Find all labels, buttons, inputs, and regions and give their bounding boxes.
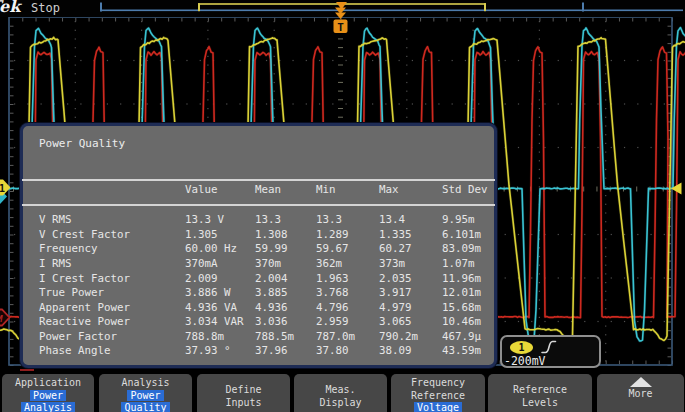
separator-line xyxy=(22,179,495,181)
measurement-value: 370m xyxy=(255,257,281,270)
measurement-value: 59.67 xyxy=(316,242,349,255)
measurement-value: 3.917 xyxy=(379,286,412,299)
table-row: V RMS13.3 V13.313.313.49.95m xyxy=(23,213,494,228)
table-row: True Power3.886 W3.8853.7683.91712.01m xyxy=(23,286,494,301)
softkey-label: Levels xyxy=(488,397,592,410)
softkey-label: Reference xyxy=(488,384,592,397)
measurement-value: 373m xyxy=(379,257,405,270)
measurement-value: 37.80 xyxy=(316,344,349,357)
measurement-value: 788.8m xyxy=(185,330,224,343)
softkey-analysis[interactable]: AnalysisPowerQuality xyxy=(99,374,192,412)
separator-line xyxy=(22,204,495,206)
measurement-value: 13.4 xyxy=(379,213,405,226)
softkey-value: Quality xyxy=(121,402,169,412)
measurement-name: V RMS xyxy=(39,213,72,226)
measurement-value: 60.27 xyxy=(379,242,412,255)
measurement-name: Power Factor xyxy=(39,330,117,343)
softkey-label: Inputs xyxy=(197,397,290,410)
measurement-value: 15.68m xyxy=(442,301,481,314)
measurement-value: 787.0m xyxy=(316,330,355,343)
softkey-label: Display xyxy=(294,397,387,410)
measurement-value: 3.768 xyxy=(316,286,349,299)
table-row: Reactive Power3.034 VAR3.0362.9593.06510… xyxy=(23,315,494,330)
measurement-value: 2.004 xyxy=(255,272,288,285)
softkey-label: Application xyxy=(2,377,94,390)
measurement-value: 1.07m xyxy=(442,257,475,270)
softkey-reference-levels[interactable]: ReferenceLevels xyxy=(488,374,592,412)
softkey-menu: ApplicationPowerAnalysisAnalysisPowerQua… xyxy=(0,368,685,412)
column-header: Value xyxy=(185,183,218,196)
column-header: Max xyxy=(379,183,399,196)
measurement-value: 37.96 xyxy=(255,344,288,357)
measurement-value: 60.00 Hz xyxy=(185,242,237,255)
measurement-value: 43.59m xyxy=(442,344,481,357)
svg-text:1: 1 xyxy=(0,183,5,194)
measurement-name: I RMS xyxy=(39,257,72,270)
measurement-value: 1.308 xyxy=(255,228,288,241)
measurement-name: I Crest Factor xyxy=(39,272,130,285)
rising-slope-icon xyxy=(540,339,558,355)
softkey-value: Voltage xyxy=(414,402,462,412)
measurement-value: 3.886 W xyxy=(185,286,231,299)
measurement-value: 790.2m xyxy=(379,330,418,343)
trigger-position-flag: T xyxy=(319,0,365,36)
table-row: I Crest Factor2.0092.0041.9632.03511.96m xyxy=(23,272,494,287)
softkey-define-inputs[interactable]: DefineInputs xyxy=(197,374,290,412)
softkey-value: Analysis xyxy=(21,402,75,412)
softkey-application[interactable]: ApplicationPowerAnalysis xyxy=(2,374,94,412)
column-header: Std Dev xyxy=(442,183,488,196)
softkey-frequency-reference[interactable]: FrequencyReferenceVoltage xyxy=(391,374,485,412)
softkey-label: Define xyxy=(197,384,290,397)
measurement-value: 13.3 xyxy=(316,213,342,226)
measurement-value: 4.796 xyxy=(316,301,349,314)
measurement-value: 3.885 xyxy=(255,286,288,299)
softkey-value: Power xyxy=(127,390,163,402)
chevron-up-icon xyxy=(630,377,652,387)
measurement-value: 4.936 xyxy=(255,301,288,314)
measurement-value: 3.036 xyxy=(255,315,288,328)
softkey-meas-display[interactable]: Meas.Display xyxy=(294,374,387,412)
softkey-label: Meas. xyxy=(294,384,387,397)
measurement-value: 3.034 VAR xyxy=(185,315,244,328)
measurement-value: 4.936 VA xyxy=(185,301,237,314)
measurement-value: 9.95m xyxy=(442,213,475,226)
measurement-value: 10.46m xyxy=(442,315,481,328)
measurement-value: 13.3 xyxy=(255,213,281,226)
softkey-label: Reference xyxy=(391,390,485,403)
table-row: V Crest Factor1.3051.3081.2891.3356.101m xyxy=(23,228,494,243)
measurement-value: 4.979 xyxy=(379,301,412,314)
measurement-value: 6.101m xyxy=(442,228,481,241)
oscilloscope-screen: 1M Tek Stop T Power Quality ValueMeanMin… xyxy=(0,0,685,412)
power-quality-dialog: Power Quality ValueMeanMinMaxStd Dev V R… xyxy=(20,123,497,368)
measurement-value: 12.01m xyxy=(442,286,481,299)
svg-text:T: T xyxy=(337,21,344,34)
measurement-name: Apparent Power xyxy=(39,301,130,314)
math-position-marker: M xyxy=(0,310,10,326)
measurement-name: Phase Angle xyxy=(39,344,111,357)
softkey-more[interactable]: More xyxy=(597,374,684,412)
table-row: Power Factor788.8m788.5m787.0m790.2m467.… xyxy=(23,330,494,345)
dialog-title: Power Quality xyxy=(39,137,125,150)
measurement-value: 13.3 V xyxy=(185,213,224,226)
measurement-value: 83.09m xyxy=(442,242,481,255)
table-row: Frequency60.00 Hz59.9959.6760.2783.09m xyxy=(23,242,494,257)
measurement-value: 370mA xyxy=(185,257,218,270)
measurement-value: 3.065 xyxy=(379,315,412,328)
softkey-label: Frequency xyxy=(391,377,485,390)
measurement-value: 362m xyxy=(316,257,342,270)
column-header: Min xyxy=(316,183,336,196)
measurement-value: 38.09 xyxy=(379,344,412,357)
column-header: Mean xyxy=(255,183,281,196)
measurement-value: 1.335 xyxy=(379,228,412,241)
measurement-value: 2.035 xyxy=(379,272,412,285)
trigger-channel-badge: 1 xyxy=(510,341,533,354)
softkey-label: More xyxy=(597,388,684,401)
softkey-value: Power xyxy=(30,390,66,402)
table-row: Phase Angle37.93 °37.9637.8038.0943.59m xyxy=(23,344,494,359)
measurement-value: 37.93 ° xyxy=(185,344,231,357)
measurement-value: 2.959 xyxy=(316,315,349,328)
measurement-name: True Power xyxy=(39,286,104,299)
measurement-value: 1.963 xyxy=(316,272,349,285)
measurement-value: 59.99 xyxy=(255,242,288,255)
measurement-name: V Crest Factor xyxy=(39,228,130,241)
